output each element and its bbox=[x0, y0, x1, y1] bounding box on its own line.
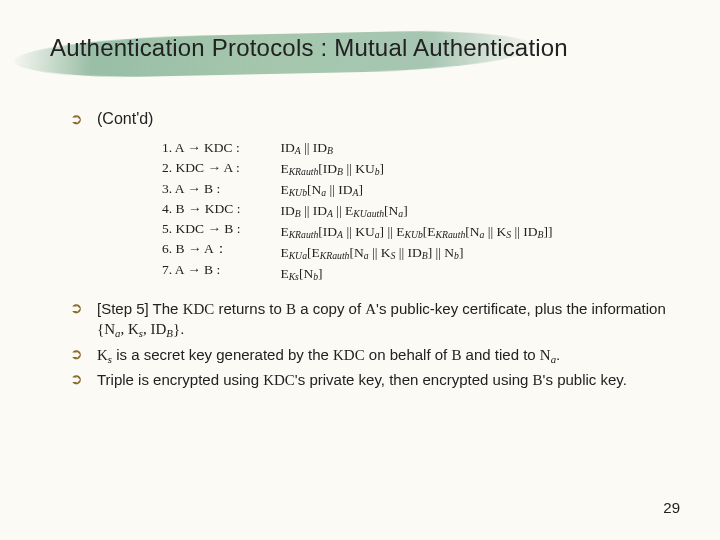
note-row: ➲ [Step 5] The KDC returns to B a copy o… bbox=[70, 299, 670, 341]
note-text: [Step 5] The KDC returns to B a copy of … bbox=[97, 299, 670, 341]
step-label: 7. A → B : bbox=[162, 260, 240, 280]
bullet-icon: ➲ bbox=[70, 299, 83, 317]
step-message: EKUb[Na || IDA] bbox=[280, 180, 552, 201]
step-label: 6. B → A： bbox=[162, 239, 240, 259]
step-label: 4. B → KDC : bbox=[162, 199, 240, 219]
bullet-icon: ➲ bbox=[70, 370, 83, 388]
protocol-steps: 1. A → KDC :2. KDC → A :3. A → B :4. B →… bbox=[162, 138, 670, 285]
steps-right-column: IDA || IDBEKRauth[IDB || KUb]EKUb[Na || … bbox=[280, 138, 552, 285]
note-row: ➲ Ks is a secret key generated by the KD… bbox=[70, 345, 670, 366]
step-message: EKRauth[IDA || KUa] || EKUb[EKRauth[Na |… bbox=[280, 222, 552, 243]
slide-title: Authentication Protocols : Mutual Authen… bbox=[50, 34, 670, 62]
note-row: ➲ Triple is encrypted using KDC's privat… bbox=[70, 370, 670, 390]
step-message: EKUa[EKRauth[Na || KS || IDB] || Nb] bbox=[280, 243, 552, 264]
step-label: 1. A → KDC : bbox=[162, 138, 240, 158]
slide-body: ➲ (Cont'd) 1. A → KDC :2. KDC → A :3. A … bbox=[70, 110, 670, 390]
note-text: Triple is encrypted using KDC's private … bbox=[97, 370, 627, 390]
step-message: EKRauth[IDB || KUb] bbox=[280, 159, 552, 180]
bullet-icon: ➲ bbox=[70, 110, 83, 128]
step-label: 2. KDC → A : bbox=[162, 158, 240, 178]
step-message: EKs[Nb] bbox=[280, 264, 552, 285]
step-message: IDA || IDB bbox=[280, 138, 552, 159]
slide: Authentication Protocols : Mutual Authen… bbox=[0, 0, 720, 540]
contd-label: (Cont'd) bbox=[97, 110, 153, 128]
page-number: 29 bbox=[663, 499, 680, 516]
bullet-icon: ➲ bbox=[70, 345, 83, 363]
contd-row: ➲ (Cont'd) bbox=[70, 110, 670, 128]
notes-list: ➲ [Step 5] The KDC returns to B a copy o… bbox=[70, 299, 670, 390]
step-message: IDB || IDA || EKUauth[Na] bbox=[280, 201, 552, 222]
step-label: 5. KDC → B : bbox=[162, 219, 240, 239]
note-text: Ks is a secret key generated by the KDC … bbox=[97, 345, 560, 366]
step-label: 3. A → B : bbox=[162, 179, 240, 199]
steps-left-column: 1. A → KDC :2. KDC → A :3. A → B :4. B →… bbox=[162, 138, 240, 285]
